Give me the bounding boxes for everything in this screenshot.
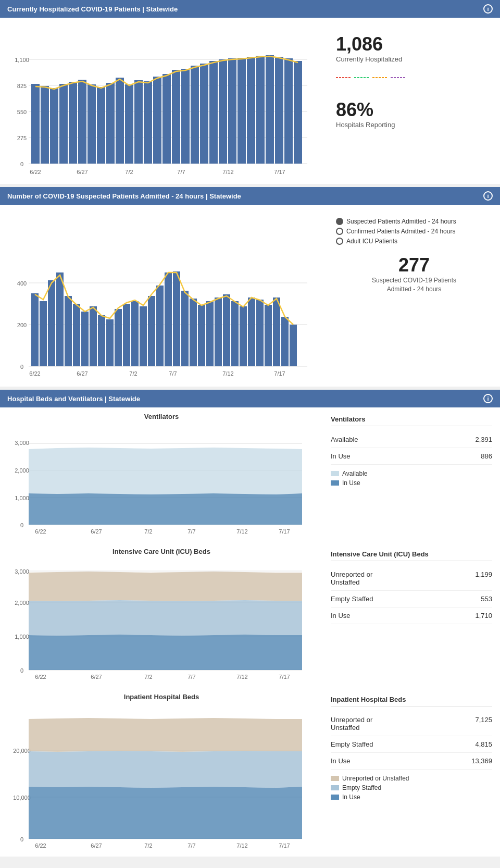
svg-rect-19: [116, 78, 124, 164]
svg-text:10,000: 10,000: [13, 795, 31, 801]
inp-empty-row: Empty Staffed 4,815: [331, 736, 492, 753]
svg-text:7/17: 7/17: [274, 169, 285, 175]
svg-rect-67: [131, 301, 139, 366]
svg-rect-76: [206, 301, 214, 366]
svg-rect-58: [56, 272, 64, 366]
svg-rect-57: [48, 280, 55, 366]
beds-header: Hospital Beds and Ventilators | Statewid…: [0, 390, 500, 407]
svg-rect-77: [215, 297, 222, 366]
svg-text:6/22: 6/22: [35, 528, 46, 535]
svg-rect-81: [248, 297, 255, 366]
svg-text:7/2: 7/2: [144, 528, 152, 535]
svg-rect-20: [125, 84, 133, 164]
svg-text:1,100: 1,100: [15, 57, 29, 63]
inpatient-row: Inpatient Hospital Beds 0 10,000 20,000 …: [0, 688, 500, 857]
inp-unreported-swatch: [331, 776, 339, 781]
inp-legend-empty: Empty Staffed: [331, 784, 492, 791]
suspected-info-icon[interactable]: i: [483, 191, 493, 201]
svg-rect-17: [97, 87, 105, 164]
svg-text:7/12: 7/12: [222, 169, 233, 175]
svg-rect-60: [73, 304, 80, 366]
svg-text:400: 400: [17, 280, 27, 287]
vent-inuse-row: In Use 886: [331, 448, 492, 465]
beds-info-icon[interactable]: i: [483, 394, 493, 403]
svg-text:6/27: 6/27: [77, 169, 88, 175]
svg-rect-25: [172, 70, 180, 164]
svg-marker-118: [29, 600, 302, 636]
svg-marker-133: [29, 751, 302, 788]
svg-rect-75: [198, 305, 205, 366]
svg-rect-78: [223, 294, 230, 366]
svg-marker-117: [29, 572, 302, 601]
icu-stats-title: Intensive Care Unit (ICU) Beds: [331, 550, 492, 561]
inp-empty-swatch: [331, 785, 339, 790]
svg-rect-55: [31, 293, 39, 366]
icu-empty-val: 553: [481, 595, 492, 603]
inp-legend-unreported: Unreported or Unstaffed: [331, 775, 492, 782]
svg-text:7/2: 7/2: [144, 842, 152, 849]
ventilators-row: Ventilators 0 1,000 2,000 3,000 6/22 6/2…: [0, 407, 500, 542]
svg-text:6/22: 6/22: [30, 169, 41, 175]
ventilators-chart: Ventilators 0 1,000 2,000 3,000 6/22 6/2…: [0, 410, 323, 540]
suspected-svg: 0 200 400: [5, 215, 312, 377]
vent-inuse-label: In Use: [331, 452, 481, 460]
svg-rect-23: [153, 77, 161, 164]
svg-text:275: 275: [17, 135, 27, 141]
svg-rect-74: [190, 299, 197, 366]
hospitalized-info-icon[interactable]: i: [483, 4, 493, 14]
inpatient-stats-title: Inpatient Hospital Beds: [331, 696, 492, 706]
ventilators-stats: Ventilators Available 2,391 In Use 886 A…: [323, 410, 500, 540]
svg-rect-33: [247, 57, 255, 164]
svg-rect-13: [59, 84, 68, 164]
inp-unreported-val: 7,125: [475, 716, 492, 731]
svg-rect-31: [228, 58, 236, 164]
svg-rect-62: [90, 306, 97, 366]
svg-rect-70: [156, 286, 164, 366]
svg-rect-36: [275, 57, 283, 164]
svg-text:7/7: 7/7: [188, 842, 195, 849]
svg-text:6/27: 6/27: [91, 674, 102, 680]
icu-inuse-val: 1,710: [475, 612, 492, 619]
suspected-count: 277: [336, 254, 492, 276]
vent-available-val: 2,391: [475, 436, 492, 443]
hospitalized-count: 1,086: [336, 33, 492, 55]
radio-confirmed[interactable]: Confirmed Patients Admitted - 24 hours: [336, 228, 492, 235]
vent-inuse-val: 886: [481, 452, 492, 460]
vent-legend-available: Available: [331, 470, 492, 477]
svg-rect-10: [31, 84, 40, 164]
icu-unreported-val: 1,199: [475, 571, 492, 586]
svg-rect-14: [69, 82, 77, 164]
svg-text:6/27: 6/27: [77, 370, 88, 377]
svg-rect-66: [123, 304, 130, 366]
radio-icu[interactable]: Adult ICU Patients: [336, 238, 492, 245]
suspected-chart: 0 200 400: [0, 210, 328, 381]
svg-rect-79: [231, 301, 239, 366]
inpatient-chart-title: Inpatient Hospital Beds: [5, 693, 318, 701]
svg-rect-63: [98, 315, 105, 366]
ventilators-legend: Available In Use: [331, 470, 492, 487]
svg-rect-68: [140, 306, 147, 366]
svg-marker-101: [29, 448, 302, 494]
icu-inuse-label: In Use: [331, 612, 475, 619]
inpatient-legend: Unreported or Unstaffed Empty Staffed In…: [331, 775, 492, 801]
svg-rect-18: [106, 83, 115, 164]
radio-circle-3: [336, 238, 343, 245]
svg-rect-28: [200, 64, 208, 164]
radio-group: Suspected Patients Admitted - 24 hours C…: [336, 218, 492, 245]
vent-legend-inuse: In Use: [331, 479, 492, 487]
svg-rect-38: [294, 61, 302, 164]
suspected-header: Number of COVID-19 Suspected Patients Ad…: [0, 187, 500, 205]
svg-text:6/22: 6/22: [35, 842, 46, 849]
beds-title: Hospital Beds and Ventilators | Statewid…: [7, 395, 140, 403]
inp-inuse-label: In Use: [331, 757, 471, 765]
svg-rect-80: [240, 306, 247, 366]
svg-rect-85: [281, 317, 289, 366]
hospitalized-title: Currently Hospitalized COVID-19 Patients…: [7, 5, 178, 13]
svg-rect-27: [191, 66, 199, 164]
radio-suspected[interactable]: Suspected Patients Admitted - 24 hours: [336, 218, 492, 225]
inp-empty-val: 4,815: [475, 740, 492, 748]
svg-text:0: 0: [20, 522, 23, 528]
inp-empty-label: Empty Staffed: [331, 740, 475, 748]
reporting-label: Hospitals Reporting: [336, 121, 492, 129]
svg-marker-102: [29, 493, 302, 525]
